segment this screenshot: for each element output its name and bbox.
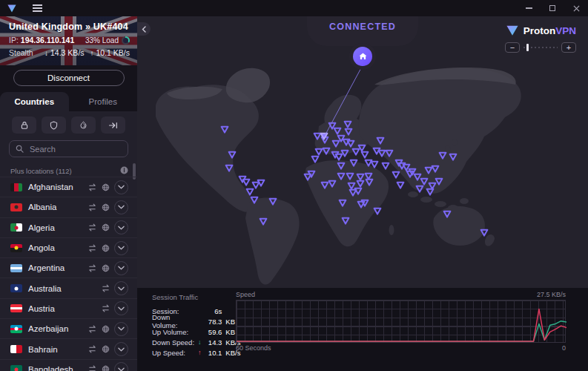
swap-icon[interactable] [100, 284, 110, 292]
home-button[interactable] [353, 47, 372, 66]
minimize-button[interactable] [517, 0, 541, 16]
connection-status: CONNECTED [307, 22, 418, 32]
server-marker[interactable] [310, 154, 320, 167]
filter-shield-button[interactable] [42, 116, 66, 134]
globe-icon[interactable] [100, 203, 110, 211]
chart-x-right-label: 0 [562, 344, 566, 352]
swap-icon[interactable] [100, 304, 110, 312]
server-marker[interactable] [407, 166, 417, 180]
chart-xlabel: 60 Seconds [236, 344, 271, 352]
country-row[interactable]: Bahrain [0, 338, 137, 358]
expand-chevron-button[interactable] [114, 220, 128, 234]
filter-tor-button[interactable] [71, 116, 96, 134]
server-marker[interactable] [384, 148, 394, 161]
zoom-in-button[interactable]: + [561, 42, 576, 53]
globe-icon[interactable] [100, 365, 110, 371]
country-flag-icon [10, 264, 22, 272]
swap-icon[interactable] [87, 223, 97, 232]
server-marker[interactable] [437, 150, 448, 163]
globe-icon[interactable] [100, 223, 110, 232]
server-marker[interactable] [364, 177, 374, 190]
globe-icon[interactable] [100, 325, 110, 333]
zoom-slider-thumb[interactable] [526, 44, 529, 51]
expand-chevron-button[interactable] [114, 301, 128, 315]
expand-chevron-button[interactable] [114, 322, 128, 336]
menu-icon[interactable] [27, 1, 47, 15]
down-arrow-icon: ↓ [44, 49, 48, 57]
country-name: Bangladesh [28, 365, 73, 371]
expand-chevron-button[interactable] [114, 261, 128, 275]
globe-icon[interactable] [100, 183, 110, 191]
up-speed-line [237, 309, 566, 341]
expand-chevron-button[interactable] [114, 180, 128, 194]
country-row[interactable]: Austria [0, 298, 137, 318]
country-row[interactable]: Bangladesh [0, 359, 137, 371]
connected-server-marker[interactable] [319, 131, 329, 144]
country-row[interactable]: Albania [0, 197, 137, 217]
server-marker[interactable] [268, 196, 278, 209]
server-marker[interactable] [258, 216, 268, 229]
tab-profiles[interactable]: Profiles [69, 92, 138, 111]
expand-chevron-button[interactable] [114, 241, 128, 255]
country-row[interactable]: Argentina [0, 257, 137, 278]
expand-chevron-button[interactable] [114, 200, 128, 214]
server-marker[interactable] [249, 194, 260, 208]
close-button[interactable] [564, 0, 588, 16]
server-marker[interactable] [414, 183, 425, 197]
server-marker[interactable] [479, 227, 489, 240]
server-marker[interactable] [303, 171, 313, 185]
globe-icon[interactable] [100, 264, 110, 272]
expand-chevron-button[interactable] [114, 362, 128, 371]
swap-icon[interactable] [87, 345, 97, 353]
country-row[interactable]: Angola [0, 237, 137, 257]
swap-icon[interactable] [87, 325, 97, 333]
server-marker[interactable] [372, 206, 383, 219]
server-marker[interactable] [395, 180, 406, 193]
country-name: Azerbaijan [28, 324, 68, 333]
filter-p2p-button[interactable] [101, 116, 125, 134]
server-marker[interactable] [224, 162, 234, 176]
server-marker[interactable] [227, 149, 237, 162]
info-icon[interactable] [120, 166, 128, 176]
server-marker[interactable] [430, 163, 440, 177]
server-marker[interactable] [448, 151, 458, 165]
brand-vpn: VPN [555, 25, 576, 36]
zoom-slider[interactable] [523, 44, 558, 51]
server-marker[interactable] [348, 157, 359, 171]
country-row[interactable]: Afghanistan [0, 177, 137, 197]
server-marker[interactable] [427, 180, 437, 194]
globe-icon[interactable] [100, 244, 110, 252]
swap-icon[interactable] [87, 365, 97, 371]
server-marker[interactable] [219, 124, 230, 137]
expand-chevron-button[interactable] [114, 281, 128, 295]
filter-secure-core-button[interactable] [12, 116, 36, 134]
search-input[interactable] [28, 144, 136, 154]
swap-icon[interactable] [87, 264, 97, 272]
server-marker[interactable] [340, 215, 351, 229]
server-marker[interactable] [256, 177, 266, 191]
swap-icon[interactable] [87, 203, 97, 211]
server-marker[interactable] [380, 160, 391, 174]
country-row[interactable]: Australia [0, 278, 137, 298]
stats-footer: Session Traffic Session:6sDown Volume:78… [137, 288, 588, 371]
proton-logo-icon [7, 4, 17, 13]
country-row[interactable]: Algeria [0, 217, 137, 237]
swap-icon[interactable] [87, 244, 97, 252]
session-stat-row: Up Speed:↑10.1KB/s [152, 347, 242, 358]
globe-icon[interactable] [100, 345, 110, 353]
maximize-button[interactable] [541, 0, 564, 16]
swap-icon[interactable] [87, 183, 97, 191]
server-marker[interactable] [442, 209, 452, 222]
down-arrow-icon: ↓ [196, 338, 204, 346]
expand-chevron-button[interactable] [114, 342, 128, 356]
server-marker[interactable] [337, 197, 348, 211]
disconnect-button[interactable]: Disconnect [13, 70, 125, 86]
tab-countries[interactable]: Countries [0, 92, 69, 111]
server-marker[interactable] [360, 197, 370, 211]
protonvpn-logo-icon [506, 24, 519, 36]
country-name: Algeria [28, 223, 55, 232]
zoom-out-button[interactable]: − [505, 42, 520, 53]
collapse-sidebar-button[interactable] [137, 22, 151, 36]
country-flag-icon [10, 223, 22, 232]
country-row[interactable]: Azerbaijan [0, 318, 137, 338]
